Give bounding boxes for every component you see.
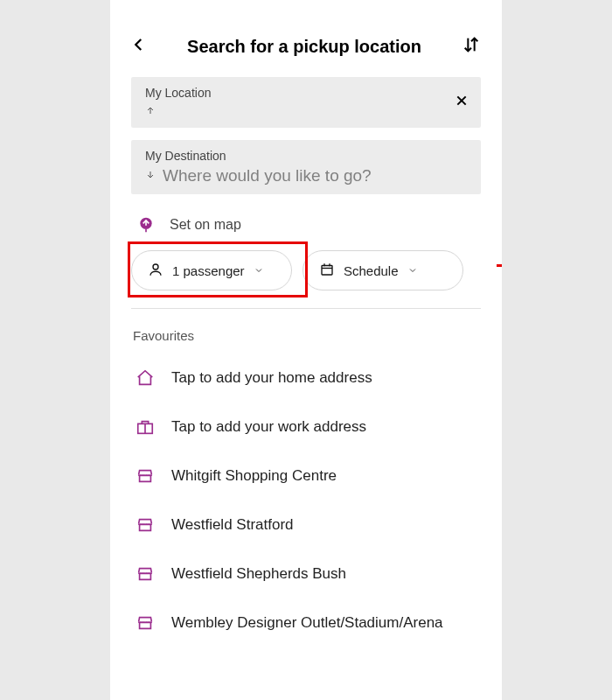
destination-label: My Destination	[145, 149, 372, 163]
pickup-label: My Location	[145, 86, 211, 100]
header: Search for a pickup location	[110, 0, 502, 77]
back-icon[interactable]	[131, 37, 147, 56]
favourite-label: Tap to add your home address	[171, 369, 372, 387]
shop-icon	[135, 612, 156, 634]
app-screen: Search for a pickup location My Location	[110, 0, 502, 700]
set-on-map-label: Set on map	[170, 217, 241, 233]
clear-pickup-icon[interactable]	[455, 94, 469, 111]
schedule-chip[interactable]: Schedule	[303, 250, 463, 290]
destination-box[interactable]: My Destination Where would you like to g…	[131, 140, 481, 194]
chip-row: 1 passenger Schedule	[131, 250, 481, 309]
pickup-box[interactable]: My Location	[131, 77, 481, 128]
svg-rect-10	[322, 265, 332, 275]
home-icon	[135, 368, 156, 388]
schedule-chip-label: Schedule	[344, 263, 399, 278]
chevron-down-icon	[407, 263, 418, 278]
arrow-down-icon	[145, 168, 156, 184]
favourites-list: Tap to add your home address Tap to add …	[131, 355, 481, 646]
swap-icon[interactable]	[462, 35, 481, 58]
briefcase-icon	[135, 416, 156, 438]
svg-point-9	[153, 264, 158, 270]
person-icon	[148, 262, 163, 280]
favourites-title: Favourites	[133, 328, 481, 343]
content: My Location My Destination Where woul	[110, 77, 502, 646]
shop-icon	[135, 514, 156, 536]
destination-placeholder: Where would you like to go?	[163, 166, 372, 186]
arrow-up-icon	[145, 103, 156, 119]
passenger-chip-label: 1 passenger	[172, 263, 245, 278]
page-title: Search for a pickup location	[187, 37, 421, 57]
passenger-chip[interactable]: 1 passenger	[131, 250, 292, 290]
favourite-label: Westfield Stratford	[171, 516, 294, 534]
shop-icon	[135, 564, 156, 584]
map-pin-icon	[136, 215, 156, 234]
highlight-tick	[497, 264, 502, 267]
calendar-icon	[319, 262, 335, 280]
favourite-label: Tap to add your work address	[171, 418, 366, 436]
favourite-item[interactable]: Wembley Designer Outlet/Stadium/Arena	[131, 600, 481, 646]
favourite-item[interactable]: Westfield Stratford	[131, 502, 481, 548]
favourite-home[interactable]: Tap to add your home address	[131, 355, 481, 401]
favourite-label: Whitgift Shopping Centre	[171, 467, 337, 485]
chevron-down-icon	[254, 263, 264, 278]
favourite-work[interactable]: Tap to add your work address	[131, 404, 481, 450]
shop-icon	[135, 466, 156, 486]
favourite-label: Westfield Shepherds Bush	[171, 565, 346, 583]
favourite-label: Wembley Designer Outlet/Stadium/Arena	[171, 614, 443, 632]
favourite-item[interactable]: Westfield Shepherds Bush	[131, 551, 481, 597]
favourite-item[interactable]: Whitgift Shopping Centre	[131, 453, 481, 499]
set-on-map-row[interactable]: Set on map	[131, 206, 481, 250]
